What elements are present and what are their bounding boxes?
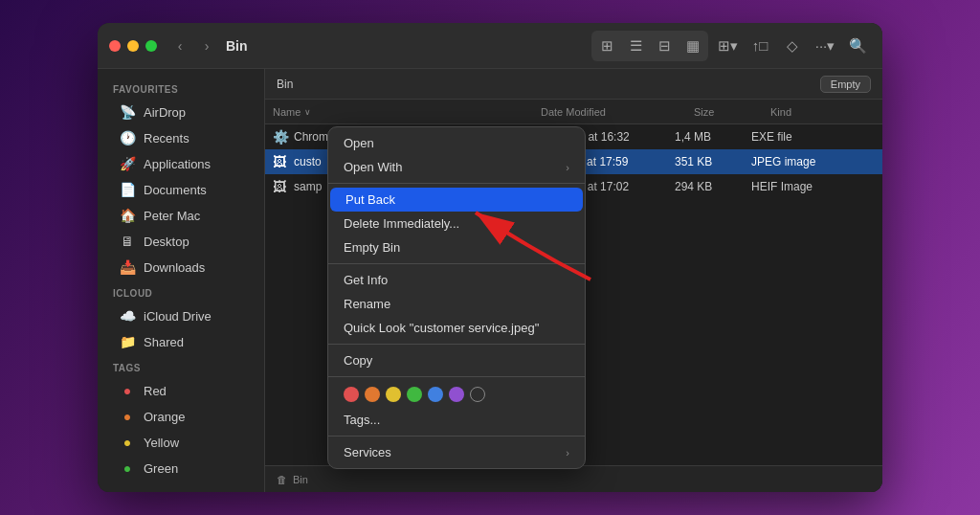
icloud-label: iCloud [98,280,264,302]
exe-file-icon: ⚙️ [273,129,288,145]
view-buttons: ⊞ ☰ ⊟ ▦ [591,31,708,61]
file-size: 1,4 MB [675,130,751,144]
file-area-header: Bin Empty [265,69,882,100]
ctx-separator-3 [328,344,585,345]
file-kind: HEIF Image [751,180,875,193]
ctx-services[interactable]: Services › [328,440,585,464]
sidebar-icloud-drive-label: iCloud Drive [144,309,212,324]
sidebar-orange-label: Orange [144,410,185,424]
ctx-open-with[interactable]: Open With › [328,155,585,179]
traffic-lights [109,40,157,52]
green-tag-icon: ● [119,460,136,476]
icloud-drive-icon: ☁️ [119,308,136,324]
ctx-separator-4 [328,376,585,377]
sidebar-item-icloud-drive[interactable]: ☁️ iCloud Drive [103,303,258,328]
icon-view-button[interactable]: ⊞ [593,33,620,59]
search-button[interactable]: 🔍 [844,33,871,59]
airdrop-icon: 📡 [119,104,136,120]
nav-buttons: ‹ › [168,34,218,57]
ctx-color-tags [328,381,585,408]
sidebar-desktop-label: Desktop [144,235,189,249]
ctx-get-info[interactable]: Get Info [328,268,585,292]
ctx-rename[interactable]: Rename [328,292,585,316]
chevron-right-icon: › [566,447,569,459]
jpeg-file-icon: 🖼 [273,154,288,169]
sidebar-item-green[interactable]: ● Green [103,456,258,481]
ctx-tags[interactable]: Tags... [328,408,585,432]
more-button[interactable]: ···▾ [812,33,838,59]
toolbar-icons: ⊞ ☰ ⊟ ▦ ⊞▾ ↑□ ◇ ···▾ 🔍 [591,31,871,61]
ctx-quick-look[interactable]: Quick Look "customer service.jpeg" [328,316,585,340]
empty-button[interactable]: Empty [820,76,871,93]
sidebar-item-documents[interactable]: 📄 Documents [103,177,258,202]
blue-color-tag[interactable] [428,387,443,402]
ctx-put-back[interactable]: Put Back [330,188,583,212]
no-color-tag[interactable] [470,387,485,402]
red-tag-icon: ● [119,383,136,398]
column-headers: Name ∨ Date Modified Size Kind [265,100,882,124]
sidebar-item-red[interactable]: ● Red [103,378,258,403]
sidebar-documents-label: Documents [144,183,207,197]
desktop-icon: 🖥 [119,234,136,249]
downloads-icon: 📥 [119,259,136,275]
forward-button[interactable]: › [195,34,218,57]
orange-color-tag[interactable] [365,387,380,402]
status-text: Bin [293,474,308,485]
back-button[interactable]: ‹ [168,34,191,57]
sidebar-item-yellow[interactable]: ● Yellow [103,430,258,455]
minimize-button[interactable] [127,40,139,52]
file-size: 351 KB [675,155,751,168]
kind-column-header[interactable]: Kind [770,106,875,118]
file-kind: EXE file [751,130,875,144]
fullscreen-button[interactable] [145,40,157,52]
orange-tag-icon: ● [119,409,136,424]
file-area: Bin Empty Name ∨ Date Modified Size Kind… [265,69,882,492]
ctx-open[interactable]: Open [328,131,585,155]
tag-button[interactable]: ◇ [779,33,806,59]
breadcrumb: Bin [277,78,293,91]
tags-label: Tags [98,355,264,377]
documents-icon: 📄 [119,182,136,197]
window-title: Bin [226,38,591,54]
close-button[interactable] [109,40,121,52]
sidebar-item-airdrop[interactable]: 📡 AirDrop [103,100,258,124]
red-color-tag[interactable] [344,387,359,402]
name-column-header[interactable]: Name ∨ [273,106,541,118]
sidebar-item-shared[interactable]: 📁 Shared [103,329,258,354]
arrange-button[interactable]: ⊞▾ [714,33,741,59]
yellow-tag-icon: ● [119,435,136,450]
date-column-header[interactable]: Date Modified [541,106,694,118]
sidebar-shared-label: Shared [144,335,184,349]
ctx-separator-5 [328,436,585,437]
title-bar: ‹ › Bin ⊞ ☰ ⊟ ▦ ⊞▾ ↑□ ◇ ···▾ 🔍 [98,23,882,69]
ctx-delete-immediately[interactable]: Delete Immediately... [328,212,585,235]
size-column-header[interactable]: Size [694,106,770,118]
sidebar-item-downloads[interactable]: 📥 Downloads [103,255,258,280]
file-name: custo [294,155,322,168]
sort-arrow-icon: ∨ [304,107,311,117]
gallery-view-button[interactable]: ▦ [679,33,706,59]
file-size: 294 KB [675,180,751,193]
list-view-button[interactable]: ☰ [622,33,649,59]
ctx-copy[interactable]: Copy [328,348,585,372]
recents-icon: 🕐 [119,130,136,146]
sidebar: Favourites 📡 AirDrop 🕐 Recents 🚀 Applica… [98,69,265,492]
ctx-separator-2 [328,263,585,264]
ctx-separator-1 [328,183,585,184]
favourites-label: Favourites [98,77,264,99]
column-view-button[interactable]: ⊟ [651,33,678,59]
ctx-empty-bin[interactable]: Empty Bin [328,235,585,259]
yellow-color-tag[interactable] [386,387,401,402]
green-color-tag[interactable] [407,387,422,402]
purple-color-tag[interactable] [449,387,464,402]
sidebar-item-applications[interactable]: 🚀 Applications [103,151,258,176]
sidebar-item-orange[interactable]: ● Orange [103,404,258,429]
finder-window: ‹ › Bin ⊞ ☰ ⊟ ▦ ⊞▾ ↑□ ◇ ···▾ 🔍 Favourite… [98,23,882,492]
sidebar-item-petermac[interactable]: 🏠 Peter Mac [103,203,258,228]
sidebar-item-recents[interactable]: 🕐 Recents [103,125,258,150]
file-kind: JPEG image [751,155,875,168]
share-button[interactable]: ↑□ [746,33,773,59]
sidebar-item-desktop[interactable]: 🖥 Desktop [103,229,258,254]
heif-file-icon: 🖼 [273,179,288,194]
petermac-icon: 🏠 [119,208,136,223]
